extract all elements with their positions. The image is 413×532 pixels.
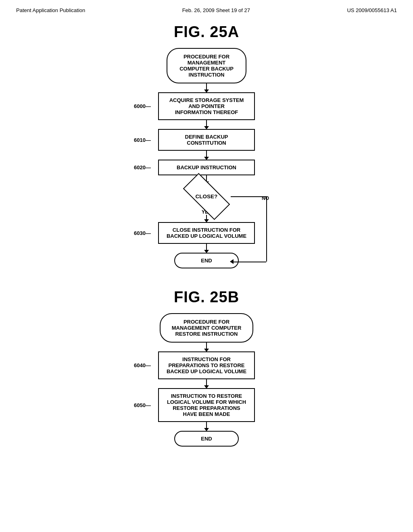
no-branch-vert (266, 196, 267, 262)
arrow-b3 (206, 422, 207, 431)
fig25b-start-box: PROCEDURE FOR MANAGEMENT COMPUTER RESTOR… (160, 313, 254, 343)
step-6000-label: 6000— (134, 103, 151, 109)
fig25b-section: FIG. 25B PROCEDURE FOR MANAGEMENT COMPUT… (0, 285, 413, 451)
arrow-6 (206, 244, 207, 253)
step-6030-label: 6030— (134, 230, 151, 236)
arrow-5 (206, 215, 207, 222)
step-6030-row: 6030— CLOSE INSTRUCTION FOR BACKED UP LO… (158, 222, 255, 244)
step-6010-label: 6010— (134, 137, 151, 143)
step-6040-row: 6040— INSTRUCTION FOR PREPARATIONS TO RE… (158, 351, 255, 379)
fig25a-title: FIG. 25A (174, 23, 239, 41)
close-diamond-text: CLOSE? (196, 193, 218, 200)
arrow-b2 (206, 379, 207, 388)
step-6020-label: 6020— (134, 164, 151, 170)
step-6050-row: 6050— INSTRUCTION TO RESTORE LOGICAL VOL… (158, 388, 255, 422)
step-6040-box: INSTRUCTION FOR PREPARATIONS TO RESTORE … (158, 351, 255, 379)
fig25b-flowchart: PROCEDURE FOR MANAGEMENT COMPUTER RESTOR… (158, 313, 255, 447)
step-6030-box: CLOSE INSTRUCTION FOR BACKED UP LOGICAL … (158, 222, 255, 244)
close-diamond: CLOSE? (182, 184, 231, 208)
fig25b-end-box: END (174, 431, 239, 447)
arrow-1 (206, 83, 207, 92)
diamond-area: CLOSE? NO (182, 184, 231, 208)
fig25a-section: FIG. 25A PROCEDURE FOR MANAGEMENT COMPUT… (0, 19, 413, 272)
no-branch-horiz (231, 196, 267, 197)
fig25a-end-box: END (174, 253, 239, 268)
arrow-2 (206, 120, 207, 129)
fig25a-start-box: PROCEDURE FOR MANAGEMENT COMPUTER BACKUP… (167, 48, 246, 83)
step-6050-box: INSTRUCTION TO RESTORE LOGICAL VOLUME FO… (158, 388, 255, 422)
step-6040-label: 6040— (134, 362, 151, 368)
page-header: Patent Application Publication Feb. 26, … (0, 0, 413, 17)
step-6000-row: 6000— ACQUIRE STORAGE SYSTEM AND POINTER… (158, 92, 255, 120)
arrow-b1 (206, 343, 207, 351)
step-6050-label: 6050— (134, 402, 151, 408)
step-6010-box: DEFINE BACKUP CONSTITUTION (158, 129, 255, 151)
header-right: US 2009/0055613 A1 (347, 7, 397, 13)
step-6000-box: ACQUIRE STORAGE SYSTEM AND POINTER INFOR… (158, 92, 255, 120)
header-center: Feb. 26, 2009 Sheet 19 of 27 (182, 7, 250, 13)
arrow-3 (206, 151, 207, 160)
fig25a-flowchart: PROCEDURE FOR MANAGEMENT COMPUTER BACKUP… (158, 48, 255, 268)
step-6010-row: 6010— DEFINE BACKUP CONSTITUTION (158, 129, 255, 151)
header-left: Patent Application Publication (16, 7, 85, 13)
fig25b-title: FIG. 25B (174, 289, 239, 306)
step-6020-box: BACKUP INSTRUCTION (158, 160, 255, 175)
step-6020-row: 6020— BACKUP INSTRUCTION (158, 160, 255, 175)
